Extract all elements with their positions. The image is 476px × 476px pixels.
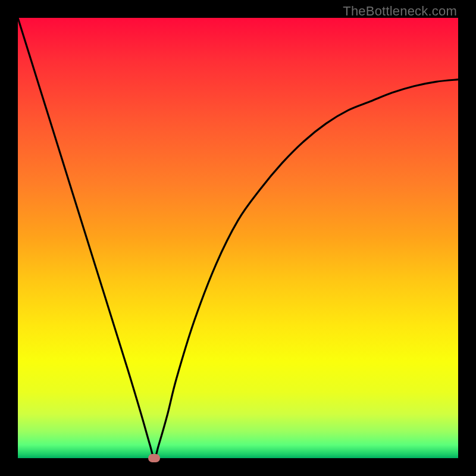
plot-area: [18, 18, 458, 458]
curve-svg: [18, 18, 458, 458]
bottleneck-curve: [18, 18, 458, 458]
min-marker: [148, 454, 160, 462]
chart-frame: TheBottleneck.com: [0, 0, 476, 476]
watermark-text: TheBottleneck.com: [343, 4, 457, 19]
